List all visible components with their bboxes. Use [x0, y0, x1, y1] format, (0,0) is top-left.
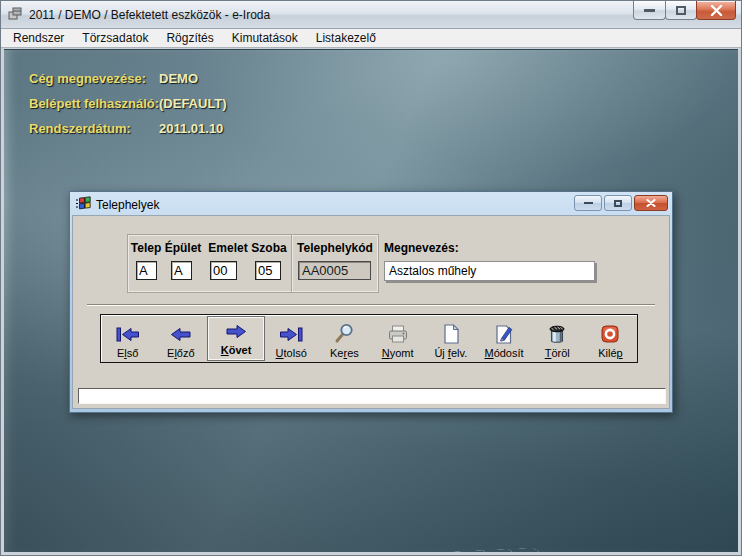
close-button[interactable]	[696, 1, 736, 20]
first-label: Első	[117, 347, 138, 360]
dialog-close-button[interactable]	[634, 195, 668, 211]
exit-icon	[599, 321, 621, 347]
dialog-maximize-button[interactable]	[604, 195, 632, 211]
exit-label: Kilép	[598, 347, 622, 360]
menu-rogzites[interactable]: Rögzítés	[157, 29, 222, 47]
company-value: DEMO	[159, 71, 198, 86]
printer-icon	[386, 321, 410, 347]
dialog-title: Telephelyek	[96, 198, 159, 212]
location-code-group: Telep Épület Emelet Szoba Telephelykód A…	[127, 234, 379, 293]
menu-torzsadatok[interactable]: Törzsadatok	[73, 29, 157, 47]
modify-button[interactable]: Módosít	[477, 315, 530, 362]
emelet-label: Emelet	[204, 241, 252, 255]
dialog-controls	[574, 195, 668, 211]
magnifier-icon	[333, 321, 355, 347]
company-label: Cég megnevezése:	[29, 71, 146, 86]
minimize-button[interactable]	[633, 1, 666, 20]
close-icon	[646, 199, 656, 207]
minimize-icon	[644, 9, 655, 12]
szoba-label: Szoba	[249, 241, 289, 255]
dialog-client-area: Telep Épület Emelet Szoba Telephelykód A…	[72, 215, 670, 409]
maximize-icon	[676, 6, 686, 15]
close-icon	[710, 5, 723, 16]
minimize-icon	[584, 202, 593, 204]
maximize-button[interactable]	[665, 1, 697, 20]
maximize-icon	[614, 200, 622, 207]
trash-icon	[546, 321, 568, 347]
search-label: Keres	[330, 347, 359, 360]
menubar: Rendszer Törzsadatok Rögzítés Kimutatáso…	[1, 29, 741, 48]
new-document-icon	[440, 321, 462, 347]
telephelykod-field: AA0005	[298, 261, 371, 280]
telep-field[interactable]	[136, 261, 157, 280]
modify-label: Módosít	[484, 347, 523, 360]
menu-rendszer[interactable]: Rendszer	[4, 29, 73, 47]
megnevezes-input[interactable]	[384, 261, 595, 281]
next-arrow-icon	[223, 318, 249, 344]
megnevezes-label: Megnevezés:	[384, 241, 459, 255]
date-label: Rendszerdátum:	[29, 121, 131, 136]
app-icon	[7, 5, 23, 25]
last-arrow-icon	[278, 321, 304, 347]
new-record-label: Új felv.	[434, 347, 467, 360]
user-label: Belépett felhasználó:	[29, 96, 159, 111]
first-button[interactable]: Első	[101, 315, 154, 362]
szoba-field[interactable]	[255, 261, 281, 280]
search-button[interactable]: Keres	[318, 315, 371, 362]
separator-line	[87, 304, 655, 306]
menu-listakezelo[interactable]: Listakezelő	[307, 29, 385, 47]
window-controls	[634, 1, 736, 20]
first-arrow-icon	[115, 321, 141, 347]
windows-logo-icon	[75, 195, 91, 215]
new-record-button[interactable]: Új felv.	[424, 315, 477, 362]
group-divider	[291, 235, 292, 292]
window-title: 2011 / DEMO / Befektetett eszközök - e-I…	[29, 8, 270, 22]
menu-kimutatasok[interactable]: Kimutatások	[223, 29, 307, 47]
last-button[interactable]: Utolsó	[265, 315, 318, 362]
telephelyek-dialog: Telephelyek Telep Épület Emelet Szoba	[69, 191, 673, 413]
next-button[interactable]: Követ	[208, 317, 263, 360]
user-value: (DEFAULT)	[159, 96, 227, 111]
main-titlebar: 2011 / DEMO / Befektetett eszközök - e-I…	[1, 1, 741, 29]
last-label: Utolsó	[276, 347, 307, 360]
telephelykod-label: Telephelykód	[294, 241, 376, 255]
application-window: 2011 / DEMO / Befektetett eszközök - e-I…	[0, 0, 742, 556]
date-value: 2011.01.10	[159, 121, 223, 136]
emelet-field[interactable]	[210, 261, 237, 280]
print-button[interactable]: Nyomt	[371, 315, 424, 362]
navigation-toolbar: Első Előző Követ	[100, 314, 638, 363]
telep-label: Telep	[128, 241, 164, 255]
edit-document-icon	[493, 321, 515, 347]
dialog-titlebar[interactable]: Telephelyek	[72, 194, 670, 215]
prev-arrow-icon	[168, 321, 194, 347]
dialog-minimize-button[interactable]	[574, 195, 602, 211]
delete-button[interactable]: Töröl	[531, 315, 584, 362]
exit-button[interactable]: Kilép	[584, 315, 637, 362]
epulet-field[interactable]	[171, 261, 192, 280]
previous-label: Előző	[167, 347, 195, 360]
delete-label: Töröl	[545, 347, 570, 360]
epulet-label: Épület	[162, 241, 204, 255]
print-label: Nyomt	[382, 347, 414, 360]
status-strip	[78, 388, 666, 404]
previous-button[interactable]: Előző	[154, 315, 207, 362]
next-label: Követ	[221, 344, 252, 357]
